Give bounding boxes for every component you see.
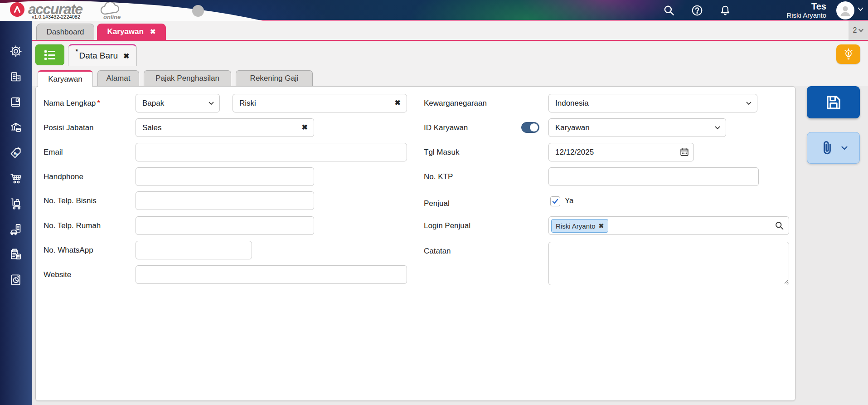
telp-bisnis-input[interactable] [136,191,314,210]
kewarganegaraan-label: Kewarganegaraan [424,94,487,112]
telp-rumah-input[interactable] [136,216,314,235]
employee-form-panel: Nama Lengkap* Posisi Jabatan Email Handp… [35,86,795,401]
nama-lengkap-input[interactable] [233,94,407,112]
user-name: Tes [786,1,826,11]
salutation-value: Bapak [142,99,164,108]
no-ktp-input[interactable] [548,167,759,186]
posisi-jabatan-label: Posisi Jabatan [44,118,94,137]
chevron-down-icon [715,126,720,130]
id-karyawan-value: Karyawan [555,123,590,132]
asset-building-car-icon[interactable] [9,222,23,236]
accurate-logo-icon[interactable] [10,2,24,17]
tab-data-baru-label: Data Baru [79,51,118,61]
toggle-knob [530,123,538,132]
user-fullname: Riski Aryanto [786,11,826,19]
form-tab-rekening-label: Rekening Gaji [250,74,299,83]
form-tab-rekening-gaji[interactable]: Rekening Gaji [236,70,313,86]
lightbulb-icon [843,48,854,61]
form-tab-alamat[interactable]: Alamat [97,70,139,86]
login-penjual-search-icon[interactable] [775,221,784,230]
tab-data-baru-close-icon[interactable]: ✖ [123,52,129,60]
search-icon[interactable] [663,5,675,16]
login-penjual-chip-text: Riski Aryanto [556,222,596,230]
tab-dashboard[interactable]: Dashboard [36,24,94,40]
form-tab-pajak-penghasilan[interactable]: Pajak Penghasilan [144,70,231,86]
chevron-down-icon [209,102,214,105]
report-pie-icon[interactable] [9,273,23,287]
check-icon [552,198,559,205]
paperclip-icon [820,139,835,156]
nama-lengkap-clear-icon[interactable]: ✖ [395,98,401,107]
handphone-label: Handphone [44,167,83,186]
chevron-down-icon [746,102,752,105]
login-penjual-label: Login Penjual [424,216,470,235]
id-karyawan-label: ID Karyawan [424,118,468,137]
whatsapp-input[interactable] [136,241,252,259]
penjual-label: Penjual [424,194,450,213]
bank-icon[interactable] [9,121,23,134]
sales-rp-tag-icon[interactable]: Rp [9,146,23,160]
catatan-label: Catatan [424,242,451,260]
record-list-button[interactable] [35,44,64,65]
attachment-chevron-icon[interactable] [841,146,848,150]
whatsapp-label: No. WhatsApp [44,241,93,259]
id-karyawan-toggle[interactable] [521,122,539,133]
tab-karyawan-label: Karyawan [107,27,144,36]
list-icon [44,49,56,60]
inventory-trolley-icon[interactable] [9,197,23,210]
telp-rumah-label: No. Telp. Rumah [44,216,101,235]
brand-online-label: online [103,14,121,20]
company-buildings-icon[interactable] [9,70,23,83]
no-ktp-label: No. KTP [424,167,453,186]
user-info[interactable]: Tes Riski Aryanto [786,1,826,19]
tgl-masuk-label: Tgl Masuk [424,143,459,161]
tab-karyawan[interactable]: Karyawan ✖ [97,24,166,40]
svg-text:TAX: TAX [13,249,17,252]
kewarganegaraan-value: Indonesia [555,99,589,108]
website-input[interactable] [136,265,407,284]
tax-document-icon[interactable]: TAX [9,248,23,261]
salutation-select[interactable]: Bapak [136,94,220,112]
decorative-dot [192,5,204,17]
email-input[interactable] [136,143,407,161]
login-penjual-chip: Riski Aryanto ✖ [551,219,608,233]
tgl-masuk-input[interactable] [548,143,694,161]
posisi-jabatan-input[interactable] [136,118,314,137]
form-tab-alamat-label: Alamat [107,74,131,83]
accurate-online-app: accurate online v1.0.1#3432-2224082 Tes … [0,0,868,405]
user-menu-chevron-icon[interactable] [858,7,863,11]
settings-gear-icon[interactable] [9,44,23,58]
id-karyawan-select[interactable]: Karyawan [548,118,726,137]
svg-text:Rp: Rp [14,151,19,156]
ledger-book-icon[interactable] [9,95,23,109]
open-tabs-counter[interactable]: 2 [849,21,868,40]
nama-lengkap-field-wrap: ✖ [233,94,407,112]
tgl-masuk-field-wrap [548,143,694,161]
attachment-button[interactable] [807,132,860,164]
login-penjual-field[interactable]: Riski Aryanto ✖ [548,216,789,235]
nama-lengkap-label: Nama Lengkap* [44,94,100,112]
purchase-cart-icon[interactable] [9,171,23,185]
tabbar-divider [32,40,868,41]
save-floppy-icon [824,93,843,112]
handphone-input[interactable] [136,167,314,186]
penjual-checkbox[interactable] [550,196,560,206]
save-button[interactable] [807,86,860,118]
posisi-jabatan-clear-icon[interactable]: ✖ [302,123,308,132]
website-label: Website [44,265,71,284]
penjual-checkbox-label[interactable]: Ya [565,194,574,208]
calendar-icon[interactable] [679,147,689,157]
catatan-textarea[interactable] [548,242,789,285]
help-icon[interactable] [691,5,703,16]
notifications-bell-icon[interactable] [719,5,731,16]
form-tab-karyawan[interactable]: Karyawan [38,70,93,87]
tab-karyawan-close-icon[interactable]: ✖ [150,28,156,36]
tips-button[interactable] [836,44,860,64]
tab-dashboard-label: Dashboard [46,28,84,37]
kewarganegaraan-select[interactable]: Indonesia [548,94,757,112]
tab-data-baru[interactable]: * Data Baru ✖ [68,44,137,66]
login-penjual-chip-remove-icon[interactable]: ✖ [599,222,604,229]
sidebar-nav: Rp TAX [0,21,32,405]
required-asterisk: * [97,99,100,107]
avatar[interactable] [836,1,854,20]
